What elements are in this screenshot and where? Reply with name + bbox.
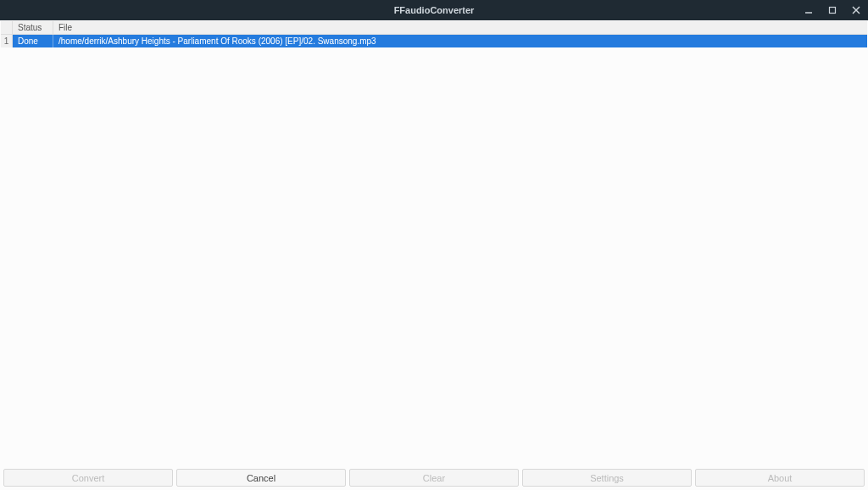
table-header: Status File [1,21,867,35]
row-number[interactable]: 1 [1,35,13,47]
table-body: 1 Done /home/derrik/Ashbury Heights - Pa… [1,35,867,47]
cancel-button[interactable]: Cancel [176,469,346,487]
window-title: FFaudioConverter [394,5,475,15]
settings-button[interactable]: Settings [522,469,692,487]
about-button[interactable]: About [695,469,865,487]
rownum-header [1,21,13,34]
column-header-file[interactable]: File [53,21,867,34]
svg-rect-1 [830,8,836,14]
clear-button[interactable]: Clear [349,469,519,487]
table-row[interactable]: 1 Done /home/derrik/Ashbury Heights - Pa… [1,35,867,47]
maximize-button[interactable] [824,2,841,19]
file-table[interactable]: Status File 1 Done /home/derrik/Ashbury … [1,21,867,465]
column-header-status[interactable]: Status [13,21,53,34]
minimize-button[interactable] [800,2,817,19]
button-bar: Convert Cancel Clear Settings About [0,465,868,490]
titlebar: FFaudioConverter [0,0,868,20]
cell-status[interactable]: Done [13,35,53,47]
window-controls [800,0,865,20]
cell-file[interactable]: /home/derrik/Ashbury Heights - Parliamen… [53,35,867,47]
convert-button[interactable]: Convert [3,469,173,487]
close-button[interactable] [848,2,865,19]
main-content: Status File 1 Done /home/derrik/Ashbury … [0,20,868,490]
